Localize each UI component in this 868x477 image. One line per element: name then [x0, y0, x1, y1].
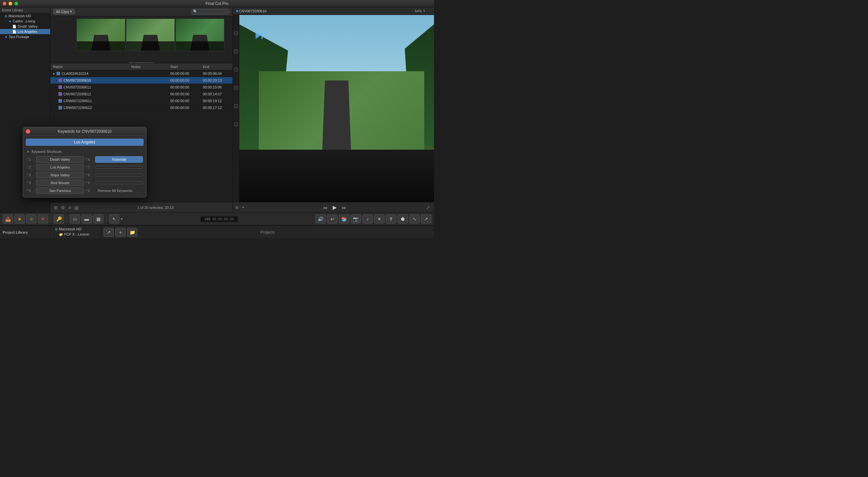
unfavorite-button[interactable]: ☆	[26, 214, 36, 224]
detail-view-btn[interactable]: ▤	[73, 204, 79, 211]
remove-all-keywords-button[interactable]: Remove All Keywords	[95, 188, 143, 194]
collapse-icon[interactable]: ▼	[26, 150, 30, 154]
table-row[interactable]: CNV0072030611 00:00:00:00 00:00:15:06 00…	[51, 84, 232, 91]
play-button[interactable]: ▶	[332, 204, 338, 211]
shortcut-button[interactable]: Napa Valley	[36, 172, 84, 178]
current-keyword-field[interactable]: Los Angeles	[26, 139, 144, 146]
shortcut-row-right: ⌃7	[85, 164, 143, 170]
view-options-dropdown[interactable]: ▾	[242, 205, 244, 209]
keyword-button[interactable]: 🔑	[54, 214, 64, 224]
sidebar-item-california-living[interactable]: ★ Califor...Living	[0, 19, 50, 24]
viewer-check-5[interactable]	[234, 104, 238, 108]
modal-close-button[interactable]	[26, 129, 30, 134]
sidebar-item-los-angeles[interactable]: 📄 Los Angeles	[0, 29, 50, 34]
viewer-options[interactable]: ⋮	[428, 9, 431, 13]
view-mode-btn[interactable]: ⊞	[236, 205, 238, 209]
clip-start: 00:00:00:00	[169, 84, 202, 90]
col-start[interactable]: Start	[169, 64, 202, 69]
favorite-button[interactable]: ★	[14, 214, 25, 224]
project-bar-tools: ↗ + 📁	[103, 228, 137, 237]
shortcut-row-right: ⌃8	[85, 172, 143, 178]
film-thumb-2[interactable]	[126, 19, 175, 51]
grid-view-btn[interactable]: ≡	[68, 204, 72, 211]
col-name[interactable]: Name	[52, 64, 130, 69]
viewer-check-3[interactable]	[234, 68, 238, 72]
skip-forward-button[interactable]: ⏭	[341, 204, 348, 211]
viewer-check-6[interactable]	[234, 122, 238, 126]
clip-start: 00:00:00:00	[169, 71, 202, 76]
col-end[interactable]: End	[202, 64, 232, 69]
cursor-dropdown[interactable]: ▾	[121, 217, 123, 221]
share-tool[interactable]: ↗	[421, 214, 431, 224]
table-row[interactable]: CRW0072290612 00:00:00:00 00:00:17:12 00…	[51, 104, 232, 111]
shortcut-button[interactable]	[95, 174, 143, 176]
col-notes[interactable]: Notes	[130, 64, 169, 69]
transform-tool[interactable]: ⤡	[409, 214, 420, 224]
sidebar-item-spa-footage[interactable]: ★ Spa Footage	[0, 34, 50, 39]
folder-project-btn[interactable]: 📁	[127, 228, 137, 237]
viewer-check-2[interactable]	[234, 49, 238, 54]
viewer-check-4[interactable]	[234, 86, 238, 90]
fullscreen-button[interactable]: ⤢	[425, 204, 431, 211]
undo-tool[interactable]: ↩	[327, 214, 338, 224]
tool-select-2[interactable]: ▬	[82, 214, 92, 224]
sidebar-item-macintosh-hd[interactable]: ⊞ Macintosh HD	[0, 13, 50, 19]
add-project-btn[interactable]: +	[115, 228, 126, 237]
shortcut-key: ⌃6	[85, 158, 93, 161]
shortcut-key: ⌃5	[26, 189, 34, 193]
clip-play-icon[interactable]: ▶	[53, 72, 55, 75]
zoom-dropdown[interactable]: ▾	[423, 9, 425, 13]
reject-button[interactable]: ✕	[38, 214, 48, 224]
table-row[interactable]: CNV0072030610 00:00:00:00 00:00:20:13 00…	[51, 77, 232, 84]
viewer-check-1[interactable]	[234, 31, 238, 35]
project-library-header: Project Library	[0, 226, 51, 238]
clip-notes	[130, 107, 169, 108]
audio-tool[interactable]: 🔊	[315, 214, 326, 224]
project-library-items: ⊞ Macintosh HD 📁 FCP X - Lesson	[51, 226, 101, 238]
keywords-modal[interactable]: Keywords for CNV0072030610 Los Angeles ▼…	[23, 127, 147, 198]
generator-tool[interactable]: ⬟	[398, 214, 408, 224]
import-button[interactable]: 📥	[3, 214, 13, 224]
table-row[interactable]: CRW0072290611 00:00:00:00 00:00:19:12 00…	[51, 98, 232, 104]
clip-rows: ▶ CLA0024510214 00:00:00:00 00:00:06:04 …	[51, 70, 232, 111]
photo-tool[interactable]: 📷	[351, 214, 361, 224]
settings-btn[interactable]: ⚙	[60, 204, 66, 211]
close-button[interactable]	[3, 2, 6, 5]
shortcut-button[interactable]: Red Woods	[36, 180, 84, 186]
share-project-btn[interactable]: ↗	[103, 228, 114, 237]
list-view-btn[interactable]: ⊞	[53, 204, 58, 211]
film-strip[interactable]: CNV0072030610	[51, 16, 232, 63]
tool-select-1[interactable]: ▭	[70, 214, 80, 224]
transition-tool[interactable]: ✕	[374, 214, 384, 224]
sidebar-item-death-valley[interactable]: 📄 Death Valley	[0, 24, 50, 29]
tool-select-3[interactable]: ▦	[93, 214, 103, 224]
shortcuts-grid: ⌃1 Death Valley ⌃6 Yosemite ⌃2 Los Angel…	[23, 155, 146, 197]
skip-back-button[interactable]: ⏮	[322, 204, 329, 211]
project-macintosh-hd[interactable]: ⊞ Macintosh HD	[51, 227, 101, 232]
shortcut-row-right: ⌃0 Remove All Keywords	[85, 188, 143, 194]
shortcut-button[interactable]: Death Valley	[36, 156, 84, 163]
shortcut-button[interactable]: Los Angeles	[36, 164, 84, 170]
shortcut-button[interactable]: Yosemite	[95, 156, 143, 163]
minimize-button[interactable]	[8, 2, 12, 5]
timecode-percentage: 100	[205, 217, 210, 221]
clip-start: 00:00:00:00	[169, 98, 202, 103]
shortcut-button[interactable]	[95, 166, 143, 169]
search-box[interactable]: 🔍	[191, 9, 230, 14]
shortcut-button[interactable]	[95, 181, 143, 184]
clip-end: 00:00:19:12	[202, 98, 232, 103]
shortcut-row-left: ⌃4 Red Woods	[26, 180, 84, 186]
cursor-tool[interactable]: ↖	[109, 214, 120, 224]
library-tool[interactable]: 📚	[339, 214, 349, 224]
title-tool[interactable]: T	[386, 214, 396, 224]
clip-id: CRW0072290612	[63, 106, 92, 110]
maximize-button[interactable]	[14, 2, 18, 5]
film-thumb-1[interactable]	[76, 19, 125, 51]
music-tool[interactable]: ♪	[362, 214, 373, 224]
table-row[interactable]: ▶ CLA0024510214 00:00:00:00 00:00:06:04 …	[51, 70, 232, 77]
table-row[interactable]: CNV0072030612 00:00:00:00 00:00:14:07 00…	[51, 91, 232, 98]
all-clips-button[interactable]: All Clips ▾	[53, 9, 75, 14]
film-thumb-3[interactable]	[176, 19, 224, 51]
project-fcp-lesson[interactable]: 📁 FCP X - Lesson	[51, 232, 101, 237]
shortcut-button[interactable]: San Fancisco	[36, 188, 84, 194]
